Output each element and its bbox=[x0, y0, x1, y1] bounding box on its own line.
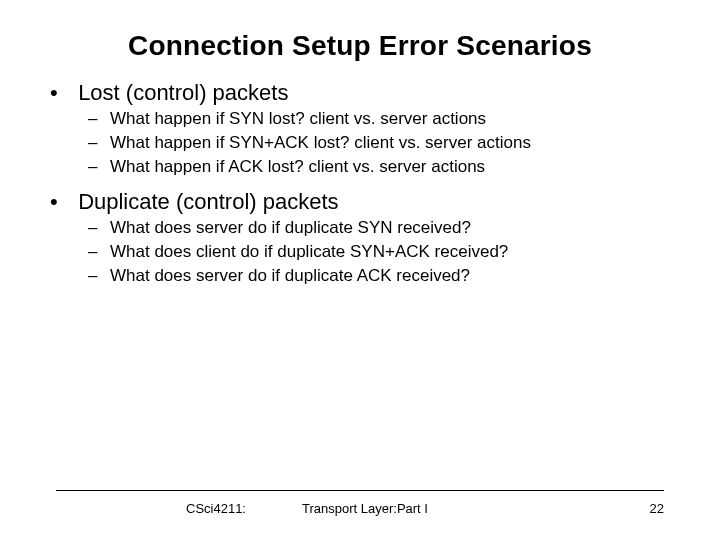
footer-topic: Transport Layer:Part I bbox=[246, 501, 650, 516]
footer-course: CSci4211: bbox=[56, 501, 246, 516]
bullet-item: Duplicate (control) packets What does se… bbox=[52, 189, 680, 288]
bullet-list: Lost (control) packets What happen if SY… bbox=[40, 80, 680, 288]
sub-bullet-item: What does client do if duplicate SYN+ACK… bbox=[98, 241, 680, 264]
sub-bullet-item: What does server do if duplicate SYN rec… bbox=[98, 217, 680, 240]
footer-rule bbox=[56, 490, 664, 491]
slide-title: Connection Setup Error Scenarios bbox=[40, 30, 680, 62]
sub-bullet-list: What happen if SYN lost? client vs. serv… bbox=[52, 108, 680, 179]
bullet-item: Lost (control) packets What happen if SY… bbox=[52, 80, 680, 179]
sub-bullet-item: What happen if SYN lost? client vs. serv… bbox=[98, 108, 680, 131]
bullet-label: Lost (control) packets bbox=[78, 80, 288, 105]
sub-bullet-item: What happen if SYN+ACK lost? client vs. … bbox=[98, 132, 680, 155]
sub-bullet-list: What does server do if duplicate SYN rec… bbox=[52, 217, 680, 288]
sub-bullet-item: What happen if ACK lost? client vs. serv… bbox=[98, 156, 680, 179]
footer-page-number: 22 bbox=[650, 501, 664, 516]
bullet-label: Duplicate (control) packets bbox=[78, 189, 338, 214]
slide-footer: CSci4211: Transport Layer:Part I 22 bbox=[0, 490, 720, 516]
footer-row: CSci4211: Transport Layer:Part I 22 bbox=[56, 501, 664, 516]
slide: Connection Setup Error Scenarios Lost (c… bbox=[0, 0, 720, 540]
sub-bullet-item: What does server do if duplicate ACK rec… bbox=[98, 265, 680, 288]
